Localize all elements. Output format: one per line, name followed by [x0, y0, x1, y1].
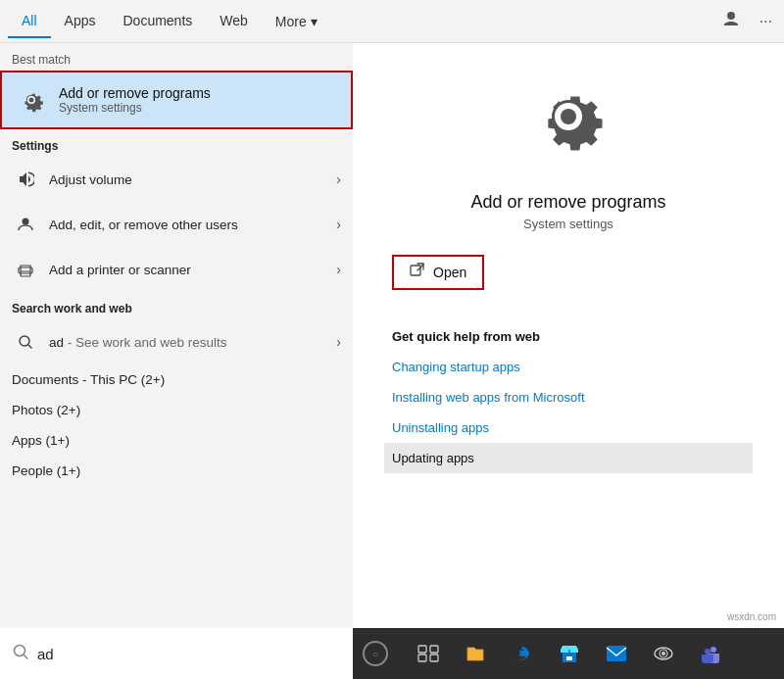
mail-icon[interactable] [594, 628, 639, 679]
open-button[interactable]: Open [392, 255, 484, 290]
list-item-users[interactable]: Add, edit, or remove other users › [0, 202, 353, 247]
users-label: Add, edit, or remove other users [49, 218, 238, 232]
gear-icon [14, 82, 49, 118]
volume-icon [12, 166, 39, 193]
tab-apps[interactable]: Apps [51, 5, 110, 38]
tab-web[interactable]: Web [206, 5, 262, 38]
cortana-icon: ○ [363, 641, 388, 666]
search-web-icon [12, 328, 39, 356]
best-match-title: Add or remove programs [59, 85, 211, 101]
rp-title: Add or remove programs [470, 192, 665, 213]
main-content: Best match Add or remove programs System… [0, 43, 784, 628]
svg-point-19 [710, 647, 716, 653]
taskbar-search-input[interactable] [37, 646, 341, 662]
svg-rect-14 [566, 656, 572, 660]
tab-all[interactable]: All [8, 5, 51, 38]
volume-label: Adjust volume [49, 172, 132, 187]
best-match-subtitle: System settings [59, 101, 211, 115]
user-icon-2 [12, 211, 39, 238]
taskbar: ○ [0, 628, 784, 679]
taskbar-search-icon [12, 643, 29, 665]
rp-subtitle: System settings [523, 217, 613, 231]
watermark: wsxdn.com [727, 611, 776, 622]
file-explorer-icon[interactable] [453, 628, 498, 679]
store-icon[interactable] [547, 628, 592, 679]
svg-point-20 [705, 649, 710, 655]
web-query: ad [49, 335, 64, 350]
settings-section: Settings Adjust volume › [0, 129, 353, 292]
svg-point-18 [662, 652, 665, 655]
top-tabs: All Apps Documents Web More ▾ ··· [0, 0, 784, 43]
svg-rect-15 [607, 646, 626, 661]
tab-right-actions: ··· [718, 7, 776, 36]
svg-rect-8 [411, 266, 420, 275]
svg-rect-10 [418, 646, 426, 653]
task-view-icon[interactable] [406, 628, 451, 679]
svg-point-9 [15, 645, 25, 655]
printer-icon [12, 256, 39, 283]
svg-point-1 [29, 98, 34, 103]
open-label: Open [433, 265, 466, 280]
category-photos[interactable]: Photos (2+) [0, 395, 353, 425]
arrow-icon-0: › [336, 171, 341, 187]
svg-rect-13 [430, 655, 438, 661]
search-web-section: Search work and web ad - See work and we… [0, 292, 353, 364]
edge-icon[interactable] [500, 628, 545, 679]
tab-more[interactable]: More ▾ [262, 6, 331, 37]
chevron-down-icon: ▾ [311, 14, 318, 29]
quick-help: Get quick help from web Changing startup… [372, 329, 764, 473]
svg-point-2 [23, 218, 29, 225]
settings-label: Settings [0, 129, 353, 157]
printer-label: Add a printer or scanner [49, 263, 191, 277]
svg-rect-11 [430, 646, 438, 653]
web-search-text: ad - See work and web results [49, 335, 227, 350]
qh-item-3[interactable]: Updating apps [384, 443, 753, 473]
qh-item-1[interactable]: Installing web apps from Microsoft [392, 382, 745, 412]
qh-title: Get quick help from web [392, 329, 745, 344]
svg-rect-12 [418, 655, 426, 661]
arrow-icon-2: › [336, 262, 341, 277]
search-web-label: Search work and web [0, 292, 353, 319]
open-icon [410, 263, 425, 282]
best-match-text: Add or remove programs System settings [59, 85, 211, 115]
more-options-icon[interactable]: ··· [756, 9, 776, 34]
list-item-printer[interactable]: Add a printer or scanner › [0, 247, 353, 292]
left-panel: Best match Add or remove programs System… [0, 43, 353, 628]
search-window: All Apps Documents Web More ▾ ··· Best m… [0, 0, 784, 679]
category-documents[interactable]: Documents - This PC (2+) [0, 364, 353, 395]
user-icon[interactable] [718, 7, 744, 36]
tab-documents[interactable]: Documents [109, 5, 206, 38]
cortana-button[interactable]: ○ [353, 628, 398, 679]
list-item-volume[interactable]: Adjust volume › [0, 157, 353, 202]
categories: Documents - This PC (2+) Photos (2+) App… [0, 364, 353, 486]
qh-item-2[interactable]: Uninstalling apps [392, 412, 745, 443]
best-match-label: Best match [0, 43, 353, 71]
teams-icon[interactable] [688, 628, 733, 679]
best-match-item[interactable]: Add or remove programs System settings [0, 71, 353, 129]
mixed-reality-icon[interactable] [641, 628, 686, 679]
right-panel: Add or remove programs System settings O… [353, 43, 784, 628]
category-apps[interactable]: Apps (1+) [0, 425, 353, 456]
category-people[interactable]: People (1+) [0, 456, 353, 486]
arrow-icon-1: › [336, 217, 341, 232]
web-query-suffix: - See work and web results [64, 335, 227, 350]
rp-gear-icon [524, 73, 612, 176]
taskbar-icons [398, 628, 741, 679]
web-search-item[interactable]: ad - See work and web results › [0, 319, 353, 364]
qh-item-0[interactable]: Changing startup apps [392, 352, 745, 382]
svg-point-7 [561, 109, 576, 124]
web-arrow-icon: › [336, 334, 341, 350]
search-bar [0, 628, 353, 679]
